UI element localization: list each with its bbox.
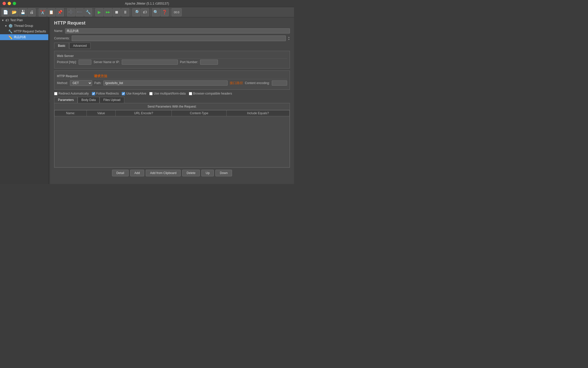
method-label: Method: bbox=[57, 81, 68, 85]
http-request-header: HTTP Request 请求方法 bbox=[57, 74, 287, 79]
path-annotation: 接口路径 bbox=[230, 81, 243, 85]
help-button[interactable]: ❓ bbox=[161, 8, 169, 16]
save-button[interactable]: 🖨 bbox=[28, 8, 36, 16]
port-input[interactable] bbox=[200, 60, 218, 65]
minimize-button[interactable] bbox=[8, 2, 11, 5]
clear-button[interactable]: 🔎 bbox=[132, 8, 140, 16]
server-label: Server Name or IP: bbox=[93, 60, 120, 64]
arrow-icon: ▼ bbox=[2, 19, 4, 22]
encoding-input[interactable] bbox=[272, 80, 287, 86]
test-plan-icon: 🏷 bbox=[5, 18, 9, 22]
protocol-input[interactable] bbox=[79, 60, 91, 65]
server-fields-row: Protocol [http]: Server Name or IP: Port… bbox=[57, 60, 287, 65]
comments-label: Comments: bbox=[54, 37, 70, 40]
subtab-body-data[interactable]: Body Data bbox=[78, 97, 100, 103]
col-value: Value bbox=[87, 110, 116, 116]
toolbar: 📄 📂 💾 🖨 ✂️ 📋 📌 ➕ ➖ 🔧 ▶ ▶▶ ⏹ ⏸ 🔎 🏷 🔍 ❓ 00… bbox=[0, 7, 294, 17]
subtab-files-upload[interactable]: Files Upload bbox=[100, 97, 124, 103]
timer-display: 00:0 bbox=[172, 8, 182, 16]
col-urlencode: URL Encode? bbox=[116, 110, 172, 116]
path-input[interactable] bbox=[103, 80, 227, 86]
multipart-checkbox[interactable]: Use multipart/form-data bbox=[149, 92, 186, 95]
separator-3 bbox=[94, 9, 94, 16]
params-table-body bbox=[55, 116, 290, 167]
test-plan-label: Test Plan bbox=[10, 18, 23, 22]
action-buttons: Detail Add Add from Clipboard Delete Up … bbox=[54, 168, 290, 177]
http-defaults-label: HTTP Request Defaults bbox=[14, 30, 46, 33]
sidebar-item-goods-list[interactable]: ✏️ 商品列表 bbox=[0, 34, 48, 40]
copy-button[interactable]: 📋 bbox=[47, 8, 55, 16]
content-encoding-label: Content encoding: bbox=[245, 81, 270, 85]
sidebar-item-http-defaults[interactable]: 🔧 HTTP Request Defaults bbox=[0, 29, 48, 34]
name-input[interactable] bbox=[65, 28, 290, 33]
col-name: Name: bbox=[55, 110, 87, 116]
sidebar: ▼ 🏷 Test Plan ▼ ⚙️ Thread Group 🔧 HTTP R… bbox=[0, 17, 48, 184]
search-button[interactable]: 🔍 bbox=[152, 8, 160, 16]
subtabs: Parameters Body Data Files Upload bbox=[54, 97, 290, 103]
separator-5 bbox=[150, 9, 151, 16]
save-as-button[interactable]: 💾 bbox=[19, 8, 27, 16]
remove-button[interactable]: ➖ bbox=[76, 8, 84, 16]
down-button[interactable]: Down bbox=[215, 170, 232, 176]
http-defaults-icon: 🔧 bbox=[8, 29, 13, 33]
browse-button[interactable]: 🔧 bbox=[84, 8, 92, 16]
sidebar-item-thread-group[interactable]: ▼ ⚙️ Thread Group bbox=[0, 23, 48, 29]
maximize-button[interactable] bbox=[13, 2, 16, 5]
browser-headers-checkbox[interactable]: Browser-compatible headers bbox=[189, 92, 232, 95]
name-row: Name: bbox=[54, 28, 290, 33]
clear-all-button[interactable]: 🏷 bbox=[141, 8, 149, 16]
params-table: Name: Value URL Encode? Content-Type Inc… bbox=[54, 110, 290, 167]
checkboxes-row: Redirect Automatically Follow Redirects … bbox=[54, 92, 290, 95]
comments-input[interactable] bbox=[72, 36, 286, 41]
goods-list-label: 商品列表 bbox=[14, 35, 26, 39]
path-label: Path: bbox=[94, 81, 101, 85]
main-container: ▼ 🏷 Test Plan ▼ ⚙️ Thread Group 🔧 HTTP R… bbox=[0, 17, 294, 184]
separator-4 bbox=[131, 9, 131, 16]
thread-group-label: Thread Group bbox=[14, 24, 33, 28]
protocol-label: Protocol [http]: bbox=[57, 60, 77, 64]
up-button[interactable]: Up bbox=[201, 170, 214, 176]
separator-1 bbox=[37, 9, 37, 16]
name-label: Name: bbox=[54, 29, 63, 33]
open-button[interactable]: 📂 bbox=[10, 8, 18, 16]
redirect-auto-checkbox[interactable]: Redirect Automatically bbox=[54, 92, 89, 95]
web-server-section: Web Server Protocol [http]: Server Name … bbox=[54, 51, 290, 68]
thread-group-icon: ⚙️ bbox=[8, 24, 13, 28]
separator-6 bbox=[170, 9, 170, 16]
col-includeequals: Include Equals? bbox=[227, 110, 290, 116]
server-input[interactable] bbox=[122, 60, 178, 65]
window-controls bbox=[3, 2, 16, 5]
new-button[interactable]: 📄 bbox=[2, 8, 10, 16]
panel-title: HTTP Request bbox=[54, 20, 290, 26]
comments-row: Comments: ▲ ▼ bbox=[54, 36, 290, 41]
http-request-section: HTTP Request 请求方法 Method: GET POST PUT D… bbox=[54, 71, 290, 90]
params-table-header: Name: Value URL Encode? Content-Type Inc… bbox=[55, 110, 290, 116]
tab-advanced[interactable]: Advanced bbox=[69, 43, 90, 49]
title-bar: Apache JMeter (5.1.1 r1855137) bbox=[0, 0, 294, 7]
subtab-parameters[interactable]: Parameters bbox=[54, 97, 78, 103]
start-button[interactable]: ▶ bbox=[95, 8, 103, 16]
collapse-arrows[interactable]: ▲ ▼ bbox=[288, 36, 290, 41]
main-tabs: Basic Advanced bbox=[54, 43, 290, 49]
detail-button[interactable]: Detail bbox=[112, 170, 129, 176]
stop-button[interactable]: ⏹ bbox=[113, 8, 121, 16]
method-path-row: Method: GET POST PUT DELETE PATCH HEAD O… bbox=[57, 80, 287, 86]
add-param-button[interactable]: Add bbox=[130, 170, 144, 176]
add-from-clipboard-button[interactable]: Add from Clipboard bbox=[146, 170, 181, 176]
close-button[interactable] bbox=[3, 2, 6, 5]
sidebar-item-test-plan[interactable]: ▼ 🏷 Test Plan bbox=[0, 17, 48, 23]
shutdown-button[interactable]: ⏸ bbox=[121, 8, 129, 16]
params-title: Send Parameters With the Request: bbox=[54, 103, 290, 110]
params-section: Send Parameters With the Request: Name: … bbox=[54, 103, 290, 168]
col-contenttype: Content-Type bbox=[172, 110, 227, 116]
delete-button[interactable]: Delete bbox=[182, 170, 200, 176]
keepalive-checkbox[interactable]: Use KeepAlive bbox=[122, 92, 146, 95]
cut-button[interactable]: ✂️ bbox=[39, 8, 47, 16]
follow-redirects-checkbox[interactable]: Follow Redirects bbox=[92, 92, 119, 95]
paste-button[interactable]: 📌 bbox=[56, 8, 64, 16]
web-server-header: Web Server bbox=[57, 54, 287, 59]
tab-basic[interactable]: Basic bbox=[54, 43, 69, 49]
start-nopause-button[interactable]: ▶▶ bbox=[104, 8, 112, 16]
add-button[interactable]: ➕ bbox=[67, 8, 75, 16]
method-select[interactable]: GET POST PUT DELETE PATCH HEAD OPTIONS bbox=[70, 80, 92, 86]
